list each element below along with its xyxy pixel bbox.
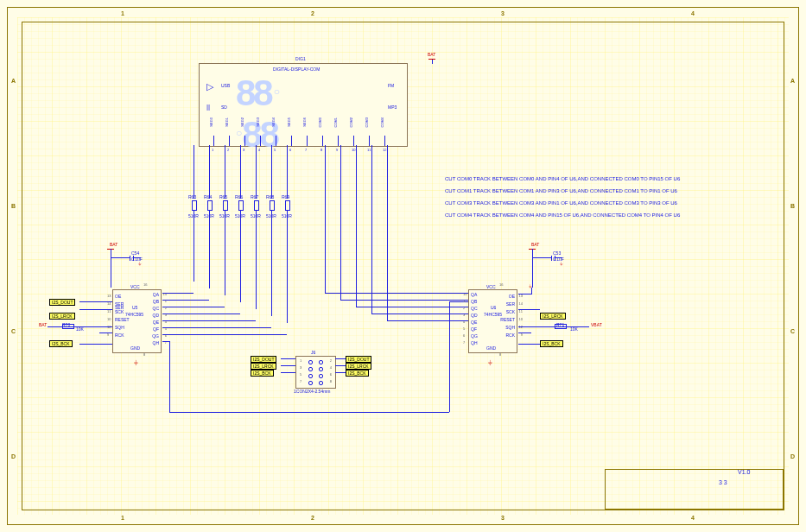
col-2-top: 2 <box>311 10 314 16</box>
col-3-bot: 3 <box>501 515 505 521</box>
row-c-r: C <box>790 328 795 334</box>
net-i2s-lrck-u6: I2S_LRCK <box>540 313 566 320</box>
row-c-l: C <box>11 328 16 334</box>
pause-icon: || <box>206 103 210 111</box>
ic-u6: U6 74HC595 document.write((()=>{const d=… <box>468 289 517 353</box>
net-i2s-dout-u5: I2S_DOUT <box>49 299 75 306</box>
j6-l1: I2S_DOUT <box>251 356 276 363</box>
connector-j6: document.write((()=>{const d=JSON.parse(… <box>295 356 336 389</box>
dig1-ref: DIG1 <box>295 56 306 61</box>
net-i2s-bck-u6: I2S_BCK <box>540 340 563 347</box>
u5-ref: U5 <box>132 305 137 310</box>
digit: 88○○88 <box>236 73 277 155</box>
vbat-u6: VBAT <box>591 322 602 327</box>
display-dig1: DIGITAL-DISPLAY-COM ▷ || USB SD FM MP3 8… <box>199 63 408 147</box>
resistor-R67 <box>252 199 259 211</box>
col-4-top: 4 <box>691 10 695 16</box>
bat-label-d: BAT <box>428 52 435 57</box>
net-i2s-bck-u5: I2S_BCK <box>49 340 73 347</box>
note-1: CUT COM1 TRACK BETWEEN COM1 AND PIN3 OF … <box>445 188 677 193</box>
row-d-l: D <box>11 453 16 459</box>
note-3: CUT COM4 TRACK BETWEEN COM4 AND PIN15 OF… <box>445 212 680 218</box>
mp3-label: MP3 <box>388 104 397 110</box>
bat-c54: BAT <box>110 242 117 247</box>
j6-part: 1CON2X4-2.54mm <box>294 389 331 394</box>
u6-part: 74HC595 <box>484 312 502 317</box>
play-icon: ▷ <box>206 81 213 92</box>
col-3-top: 3 <box>501 10 505 16</box>
j6-r3: I2S_BCK <box>346 370 369 377</box>
resistor-R64 <box>206 199 213 211</box>
version: V1.0 <box>738 469 750 475</box>
j6-r1: I2S_DOUT <box>346 356 371 363</box>
row-b-r: B <box>790 203 795 209</box>
row-b-l: B <box>11 203 16 209</box>
note-2: CUT COM3 TRACK BETWEEN COM3 AND PIN1 OF … <box>445 200 677 206</box>
usb-label: USB <box>221 83 230 88</box>
bat-u5: BAT <box>39 322 47 327</box>
note-0: CUT COM0 TRACK BETWEEN COM0 AND PIN4 OF … <box>445 176 680 181</box>
resistor-R68 <box>268 199 275 211</box>
sheet-num: 3 3 <box>719 479 727 485</box>
col-4-bot: 4 <box>691 515 695 521</box>
resistor-R69 <box>283 199 290 211</box>
j6-l3: I2S_BCK <box>251 370 274 377</box>
col-1-top: 1 <box>121 10 124 16</box>
col-2-bot: 2 <box>311 515 314 521</box>
title-block <box>605 469 784 510</box>
sd-label: SD <box>221 104 227 110</box>
j6-l2: I2S_LRCK <box>251 363 276 370</box>
bat-c53: BAT <box>531 242 539 247</box>
resistor-R63 <box>190 199 197 211</box>
j6-r2: I2S_LRCK <box>346 363 371 370</box>
u6-ref: U6 <box>491 305 496 310</box>
row-a-l: A <box>11 78 16 84</box>
dig1-part: DIGITAL-DISPLAY-COM <box>273 66 320 72</box>
row-d-r: D <box>790 453 795 459</box>
ic-u5: U5 74HC595 SER document.write((()=>{cons… <box>112 289 162 353</box>
fm-label: FM <box>388 83 394 88</box>
resistor-R66 <box>237 199 244 211</box>
row-a-r: A <box>790 78 795 84</box>
col-1-bot: 1 <box>121 515 124 521</box>
resistor-R65 <box>221 199 228 211</box>
j6-ref: J6 <box>311 350 315 355</box>
net-i2s-lrck-u5: I2S_LRCK <box>49 313 75 320</box>
schematic-canvas: // grid document.write((()=>{let s='';fo… <box>0 0 806 532</box>
